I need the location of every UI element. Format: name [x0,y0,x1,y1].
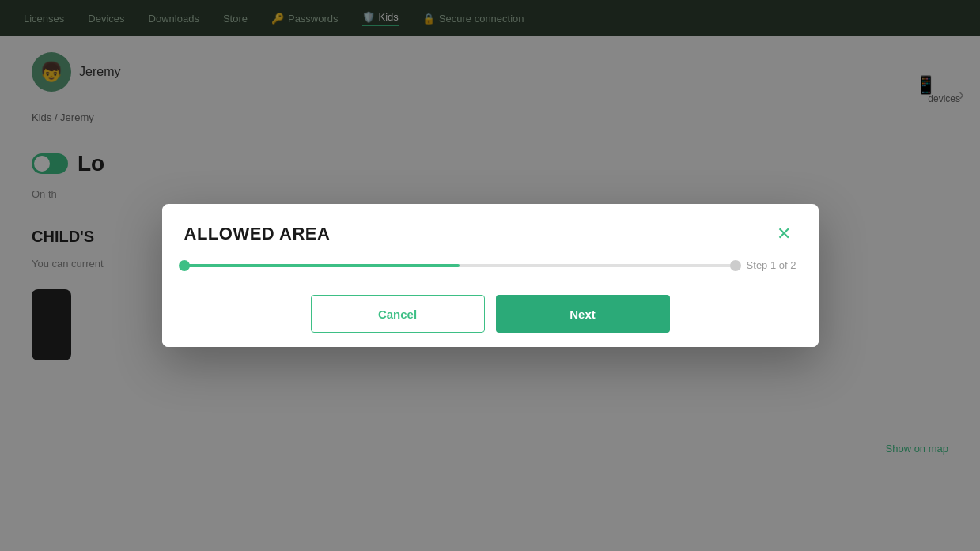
next-button[interactable]: Next [496,295,670,333]
step-dot-active [179,260,190,271]
step-fill [184,264,460,267]
step-track [184,264,736,267]
step-dot-inactive [730,260,741,271]
close-button[interactable]: ✕ [771,221,796,247]
step-label: Step 1 of 2 [747,259,796,271]
cancel-button[interactable]: Cancel [311,295,485,333]
modal-header: ALLOWED AREA ✕ [162,204,819,259]
allowed-area-modal: ALLOWED AREA ✕ Step 1 of 2 [162,204,819,347]
modal-overlay: ALLOWED AREA ✕ Step 1 of 2 [0,0,980,551]
step-bar: Step 1 of 2 [162,259,819,281]
modal-title: ALLOWED AREA [184,224,331,244]
modal-footer: Cancel Next [162,281,819,347]
